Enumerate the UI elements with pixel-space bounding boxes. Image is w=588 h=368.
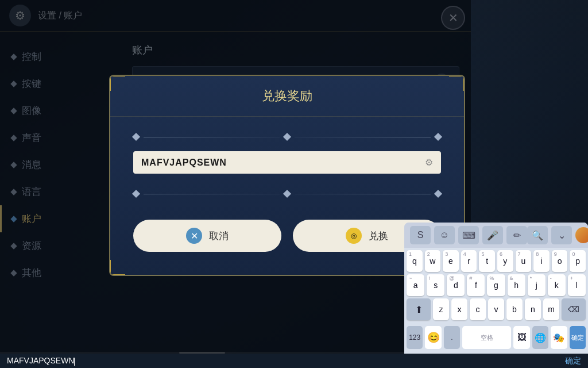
key-h[interactable]: &h	[508, 274, 525, 296]
modal-title: 兑换奖励	[110, 76, 464, 117]
key-r[interactable]: 4r	[461, 250, 477, 272]
search-icon: 🔍	[532, 230, 543, 241]
input-bar-text: MAFVJAPQSEWN	[7, 356, 565, 365]
pen-btn[interactable]: ✏	[506, 226, 527, 244]
input-settings-icon: ⚙	[425, 157, 433, 168]
deco-diamond-far-right	[434, 133, 442, 141]
search-btn[interactable]: 🔍	[527, 226, 548, 244]
key-c[interactable]: c	[470, 298, 486, 320]
deco-diamond-b-left	[132, 190, 140, 198]
key-dot[interactable]: .	[444, 326, 460, 349]
modal-deco-bottom	[133, 191, 441, 197]
swipe-keyboard-btn[interactable]: S	[410, 226, 431, 244]
key-b[interactable]: b	[506, 298, 523, 320]
emoji-icon: ☺	[440, 230, 449, 240]
deco-line-left	[144, 137, 280, 137]
cancel-icon: ✕	[186, 228, 202, 244]
more-icon: ⌄	[558, 230, 566, 241]
kb-bottom-row: 123 😊 . 空格 🖼 🌐 🎭 确定	[404, 326, 588, 349]
cancel-button[interactable]: ✕ 取消	[133, 220, 281, 252]
deco-line-b-left	[144, 194, 280, 194]
key-z[interactable]: z	[433, 298, 449, 320]
kb-row-2: ~a !s @d #f %g &h *j -k +l	[407, 274, 586, 296]
key-f[interactable]: #f	[467, 274, 485, 296]
key-emoji-bottom[interactable]: 😊	[425, 326, 441, 349]
emoji-btn[interactable]: ☺	[434, 226, 455, 244]
kb-row-1: 1q 2w 3e 4r 5t 6y 7u 8i 9o 0p	[407, 250, 586, 272]
modal-deco-top	[133, 134, 441, 140]
cancel-label: 取消	[209, 229, 229, 243]
keyboard-icon: ⌨	[462, 230, 475, 241]
kb-rows: 1q 2w 3e 4r 5t 6y 7u 8i 9o 0p ~a !s @d #…	[404, 248, 588, 325]
key-j[interactable]: *j	[528, 274, 546, 296]
input-confirm-label[interactable]: 确定	[565, 356, 581, 366]
key-enter[interactable]: 确定	[570, 326, 586, 349]
key-d[interactable]: @d	[447, 274, 465, 296]
key-q[interactable]: 1q	[407, 250, 423, 272]
keyboard-toolbar: S ☺ ⌨ 🎤 ✏ 🔍 ⌄	[404, 223, 588, 248]
deco-diamond-b-right	[283, 190, 291, 198]
key-backspace[interactable]: ⌫	[562, 298, 586, 320]
redeem-label: 兑换	[369, 229, 388, 243]
key-g[interactable]: %g	[487, 274, 505, 296]
key-t[interactable]: 5t	[479, 250, 495, 272]
code-input-value: MAFVJAPQSEWN	[141, 158, 425, 168]
deco-diamond-b-far	[434, 190, 442, 198]
key-i[interactable]: 8i	[533, 250, 550, 272]
deco-line-b-right	[295, 194, 431, 194]
modal-corner-tl	[109, 75, 125, 91]
kb-toolbar-right: 🔍 ⌄	[527, 226, 588, 244]
modal-body: MAFVJAPQSEWN ⚙	[110, 117, 464, 220]
kb-toolbar-left: S ☺ ⌨ 🎤 ✏	[410, 226, 527, 244]
key-shift[interactable]: ⬆	[407, 298, 431, 320]
more-btn[interactable]: ⌄	[551, 226, 572, 244]
key-p[interactable]: 0p	[570, 250, 586, 272]
key-o[interactable]: 9o	[552, 250, 568, 272]
kb-avatar	[575, 227, 588, 243]
code-input-wrapper[interactable]: MAFVJAPQSEWN ⚙	[133, 151, 441, 174]
modal-corner-tr	[449, 75, 465, 91]
deco-line-right	[295, 137, 431, 137]
mic-btn[interactable]: 🎤	[482, 226, 503, 244]
deco-diamond-right	[283, 133, 291, 141]
deco-diamond-left	[132, 133, 140, 141]
enter-label: 确定	[571, 334, 584, 342]
key-gif[interactable]: 🎭	[551, 326, 567, 349]
key-a[interactable]: ~a	[407, 274, 424, 296]
key-l[interactable]: +l	[568, 274, 586, 296]
key-n[interactable]: n	[525, 298, 541, 320]
num-label: 123	[409, 334, 420, 342]
key-u[interactable]: 7u	[516, 250, 532, 272]
input-bar: MAFVJAPQSEWN 确定	[0, 354, 588, 368]
dot-label: .	[451, 334, 452, 342]
key-x[interactable]: x	[451, 298, 467, 320]
mic-icon: 🎤	[487, 230, 498, 241]
kb-row-3: ⬆ z x c v b n m ⌫	[407, 298, 586, 320]
modal-corner-bl	[109, 260, 125, 276]
key-sticker[interactable]: 🖼	[513, 326, 529, 349]
key-s[interactable]: !s	[427, 274, 444, 296]
key-num[interactable]: 123	[407, 326, 423, 349]
key-m[interactable]: m	[543, 298, 559, 320]
keyboard-layout-btn[interactable]: ⌨	[458, 226, 479, 244]
key-w[interactable]: 2w	[425, 250, 441, 272]
key-e[interactable]: 3e	[443, 250, 459, 272]
key-globe[interactable]: 🌐	[532, 326, 548, 349]
pen-icon: ✏	[513, 230, 521, 241]
key-v[interactable]: v	[488, 298, 504, 320]
key-space[interactable]: 空格	[462, 326, 511, 349]
keyboard-panel: S ☺ ⌨ 🎤 ✏ 🔍 ⌄	[404, 223, 588, 354]
key-y[interactable]: 6y	[497, 250, 513, 272]
redeem-icon: ◎	[346, 228, 362, 244]
swipe-icon: S	[417, 230, 424, 240]
input-cursor	[74, 358, 75, 366]
key-k[interactable]: -k	[548, 274, 566, 296]
